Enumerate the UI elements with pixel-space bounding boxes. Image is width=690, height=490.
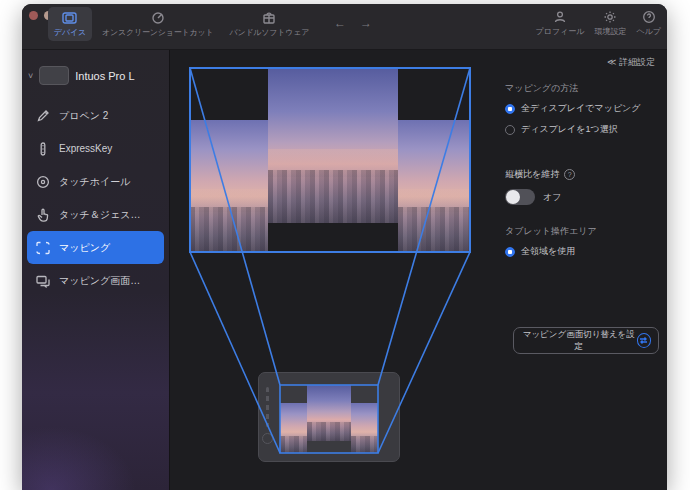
profile-button[interactable]: プロフィール xyxy=(536,9,585,37)
toggle-knob xyxy=(506,190,520,204)
mapping-screens-icon xyxy=(35,273,50,288)
toggle-state-label: オフ xyxy=(543,191,561,204)
tab-devices[interactable]: デバイス xyxy=(48,7,92,41)
radio-all-displays[interactable]: 全ディスプレイでマッピング xyxy=(505,102,657,115)
toolbar-tabs: デバイス オンスクリーンショートカット バンドルソフトウェア xyxy=(48,7,315,41)
touch-gesture-icon xyxy=(35,207,50,222)
radio-icon xyxy=(505,104,515,114)
device-header[interactable]: ˅ Intuos Pro L xyxy=(22,50,169,95)
aspect-ratio-header: 縦横比を維持? xyxy=(505,168,657,181)
bundled-software-icon xyxy=(261,11,277,25)
toggle-track xyxy=(505,189,535,205)
toolbar-actions: プロフィール 環境設定 ヘルプ xyxy=(536,9,662,37)
tablet-area-header: タブレット操作エリア xyxy=(505,225,657,238)
sidebar-item-touch-gestures[interactable]: タッチ＆ジェス… xyxy=(27,198,164,231)
help-button[interactable]: ヘルプ xyxy=(636,9,661,37)
tablet-icon xyxy=(62,11,78,25)
profile-icon xyxy=(552,9,568,24)
mapping-icon xyxy=(35,240,50,255)
toolbar: デバイス オンスクリーンショートカット バンドルソフトウェア ← → xyxy=(22,4,667,50)
history-nav: ← → xyxy=(334,16,372,30)
expresskeys-strip xyxy=(266,387,269,427)
sidebar-item-touch-wheel[interactable]: タッチホイール xyxy=(27,165,164,198)
pen-icon xyxy=(35,108,50,123)
touch-wheel-icon xyxy=(35,174,50,189)
help-icon xyxy=(641,9,657,24)
mapping-method-header: マッピングの方法 xyxy=(505,82,657,95)
radio-full-area[interactable]: 全領域を使用 xyxy=(505,245,657,258)
radio-icon xyxy=(505,125,515,135)
radio-icon xyxy=(505,247,515,257)
mapping-screen-switch-button[interactable]: マッピング画面切り替えを設定 xyxy=(513,327,659,354)
gear-icon xyxy=(602,9,618,24)
forward-arrow-icon[interactable]: → xyxy=(360,16,372,30)
tab-label: バンドルソフトウェア xyxy=(229,27,309,38)
sidebar-item-mapping-screens[interactable]: マッピング画面… xyxy=(27,264,164,297)
device-name: Intuos Pro L xyxy=(75,70,134,82)
onscreen-shortcut-icon xyxy=(150,11,166,25)
sidebar-item-mapping[interactable]: マッピング xyxy=(27,231,164,264)
preferences-button[interactable]: 環境設定 xyxy=(594,9,626,37)
monitor-left xyxy=(190,120,268,252)
help-circle-icon[interactable]: ? xyxy=(564,169,575,180)
tab-label: デバイス xyxy=(54,27,86,38)
switch-arrows-icon xyxy=(637,333,651,348)
sidebar-item-expresskey[interactable]: ExpressKey xyxy=(27,132,164,165)
wacom-center-window: デバイス オンスクリーンショートカット バンドルソフトウェア ← → xyxy=(22,4,667,490)
tab-onscreen-shortcuts[interactable]: オンスクリーンショートカット xyxy=(96,7,219,41)
tab-label: オンスクリーンショートカット xyxy=(102,27,213,38)
aspect-ratio-toggle[interactable]: オフ xyxy=(505,189,657,205)
sidebar-items: プロペン 2 ExpressKey タッチホイール タッチ＆ジェス… xyxy=(22,99,169,297)
back-arrow-icon[interactable]: ← xyxy=(334,16,346,30)
tab-bundled-software[interactable]: バンドルソフトウェア xyxy=(223,7,315,41)
monitor-center xyxy=(268,68,398,223)
sidebar-item-pro-pen-2[interactable]: プロペン 2 xyxy=(27,99,164,132)
chevron-down-icon: ˅ xyxy=(28,71,33,81)
mapping-options-panel: マッピングの方法 全ディスプレイでマッピング ディスプレイを1つ選択 縦横比を維… xyxy=(505,82,657,266)
tablet-active-area xyxy=(280,385,378,453)
mapping-main: ≪ 詳細設定 xyxy=(170,50,667,490)
monitor-right xyxy=(398,120,470,252)
touch-ring xyxy=(262,433,273,444)
sidebar: ˅ Intuos Pro L プロペン 2 ExpressKey xyxy=(22,50,170,490)
radio-one-display[interactable]: ディスプレイを1つ選択 xyxy=(505,123,657,136)
expresskey-icon xyxy=(35,141,50,156)
close-button[interactable] xyxy=(29,11,38,20)
advanced-settings-link[interactable]: ≪ 詳細設定 xyxy=(607,56,655,69)
device-thumbnail xyxy=(39,66,69,85)
